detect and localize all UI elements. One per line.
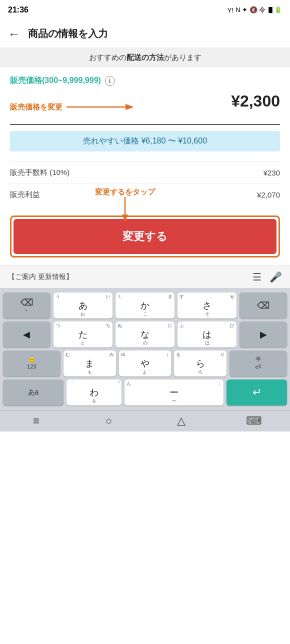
status-icons: Y! N ✦ 🔇 令 ▋🔋: [228, 6, 282, 14]
keyboard-row-4: あa ゛ わ を ° ん ー 〜 ： ↵: [0, 378, 290, 407]
fee-value: ¥230: [264, 168, 280, 177]
signal-icons: N ✦ 🔇 令 ▋🔋: [236, 6, 282, 14]
profit-value: ¥2,070: [257, 190, 280, 199]
left-arrow-icon: ◀: [23, 330, 30, 339]
change-tap-annotation: 変更するをタップ: [95, 188, 155, 222]
page-title: 商品の情報を入力: [28, 27, 108, 40]
key-a[interactable]: う あ お い: [54, 292, 112, 318]
key-backspace[interactable]: ⌫: [240, 292, 287, 318]
menu-icon[interactable]: ☰: [252, 271, 262, 283]
back-button[interactable]: ←: [8, 27, 20, 41]
key-wa2[interactable]: ん ー 〜 ：: [124, 380, 224, 406]
down-arrow-icon: [122, 197, 128, 222]
back-key-icon: ⌫: [20, 298, 33, 307]
right-arrow-icon: ▶: [260, 330, 267, 339]
header: ← 商品の情報を入力: [0, 20, 290, 48]
fee-label: 販売手数料 (10%): [10, 168, 70, 178]
nav-menu-icon[interactable]: ≡: [0, 414, 72, 428]
nav-home-icon[interactable]: ○: [72, 414, 145, 428]
key-ma[interactable]: む ま も み: [64, 350, 116, 376]
keyboard-row-1: ⌫ ← う あ お い く か こ き す さ そ せ ⌫: [0, 291, 290, 320]
key-ha[interactable]: ふ は ほ ひ: [178, 322, 236, 348]
main-content: 販売価格(300~9,999,999) ℹ 販売価格を変更 ¥2,300 売れや…: [0, 68, 290, 266]
emoji123-label: 😊123: [27, 357, 36, 370]
key-ya[interactable]: ゆ や よ （: [119, 350, 172, 376]
keyboard: ⌫ ← う あ お い く か こ き す さ そ せ ⌫ ◀ つ: [0, 288, 290, 410]
profit-label: 販売利益: [10, 190, 40, 200]
key-arrow-left[interactable]: ◀: [3, 322, 50, 348]
suggested-price: 売れやすい価格 ¥6,180 〜 ¥10,600: [10, 131, 280, 152]
key-half-return[interactable]: 半 ⏎: [230, 350, 287, 376]
delivery-banner: おすすめの配送の方法があります: [0, 48, 290, 68]
price-label-text: 販売価格(300~9,999,999): [10, 76, 101, 86]
key-emoji123[interactable]: 😊123: [3, 350, 60, 376]
key-backspace-nav[interactable]: ⌫ ←: [3, 292, 50, 318]
keyboard-row-2: ◀ つ た と ち ぬ な の に ふ は ほ ひ ▶: [0, 320, 290, 349]
key-ta[interactable]: つ た と ち: [54, 322, 112, 348]
key-sa[interactable]: す さ そ せ: [178, 292, 236, 318]
key-ka[interactable]: く か こ き: [116, 292, 174, 318]
return-icon: ↵: [252, 387, 262, 398]
key-aa[interactable]: あa: [3, 380, 64, 406]
half-return-label: 半: [256, 356, 261, 363]
key-ra[interactable]: る ら ろ り: [174, 350, 226, 376]
aa-label: あa: [28, 388, 39, 397]
price-change-label: 販売価格を変更: [10, 102, 62, 112]
info-icon[interactable]: ℹ: [105, 76, 115, 86]
keyboard-row-3: 😊123 む ま も み ゆ や よ （ る ら ろ り 半 ⏎: [0, 349, 290, 378]
change-tap-label: 変更するをタップ: [95, 188, 155, 197]
nav-bar: ≡ ○ △ ⌨: [0, 410, 290, 432]
delivery-text: おすすめの配送の方法があります: [89, 53, 202, 62]
key-arrow-right[interactable]: ▶: [240, 322, 287, 348]
fee-row: 販売手数料 (10%) ¥230: [10, 162, 280, 184]
backspace-icon: ⌫: [257, 301, 270, 310]
svg-marker-1: [126, 104, 134, 110]
nav-keyboard-icon[interactable]: ⌨: [218, 414, 290, 428]
change-button[interactable]: 変更する: [14, 219, 276, 254]
info-bar-icons: ☰ 🎤: [252, 271, 282, 283]
change-arrow-icon: [66, 101, 136, 113]
key-na[interactable]: ぬ な の に: [116, 322, 174, 348]
info-bar-text: 【ご案内 更新情報】: [8, 272, 73, 282]
info-bar: 【ご案内 更新情報】 ☰ 🎤: [0, 266, 290, 288]
key-wa[interactable]: ゛ わ を °: [66, 380, 122, 406]
yahoo-icon: Y!: [228, 6, 234, 14]
price-input-area: 販売価格を変更 ¥2,300: [10, 92, 280, 122]
svg-marker-3: [122, 214, 128, 222]
status-bar: 21:36 Y! N ✦ 🔇 令 ▋🔋: [0, 0, 290, 20]
status-time: 21:36: [8, 6, 28, 14]
profit-area: 販売利益 ¥2,070 変更するをタップ: [10, 184, 280, 206]
price-underline: [10, 124, 280, 125]
mic-icon[interactable]: 🎤: [270, 271, 282, 283]
nav-back-icon[interactable]: △: [145, 414, 218, 428]
price-change-annotation: 販売価格を変更: [10, 101, 136, 113]
key-return[interactable]: ↵: [226, 380, 287, 406]
price-label-row: 販売価格(300~9,999,999) ℹ: [10, 76, 280, 86]
